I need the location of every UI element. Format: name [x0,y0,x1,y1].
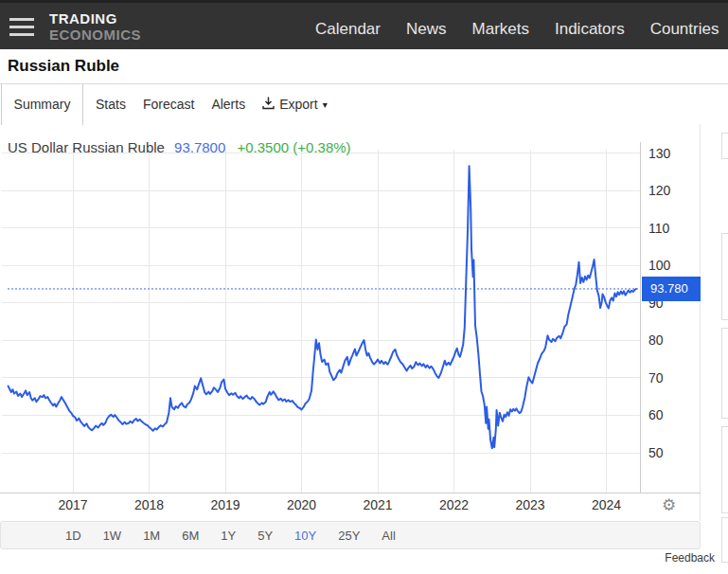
nav-item-news[interactable]: News [406,20,447,39]
range-6m[interactable]: 6M [182,529,199,543]
quote-price: 93.7800 [174,139,225,155]
top-navbar: TRADING ECONOMICS Calendar News Markets … [0,0,728,49]
svg-text:2021: 2021 [363,497,392,512]
range-25y[interactable]: 25Y [338,529,360,543]
feedback-button[interactable]: Feedback [665,551,715,565]
cutoff-card [721,133,728,159]
trading-economics-logo[interactable]: TRADING ECONOMICS [49,10,141,43]
svg-text:2020: 2020 [287,497,316,512]
gear-icon[interactable]: ⚙ [662,495,676,515]
svg-text:2022: 2022 [439,497,469,512]
svg-text:2018: 2018 [134,497,164,512]
svg-text:100: 100 [648,258,671,273]
range-selector: 1D 1W 1M 6M 1Y 5Y 10Y 25Y All [0,521,701,549]
cutoff-card [721,426,728,513]
svg-text:70: 70 [648,370,664,386]
nav-item-countries[interactable]: Countries [650,20,719,39]
range-10y[interactable]: 10Y [294,529,316,543]
range-1w[interactable]: 1W [103,529,122,543]
range-1m[interactable]: 1M [143,529,160,543]
quote-line: US Dollar Russian Ruble 93.7800 +0.3500 … [8,139,351,155]
svg-text:50: 50 [648,445,664,460]
current-price-badge: 93.780 [642,277,701,301]
logo-line-2: ECONOMICS [49,27,141,43]
svg-text:2019: 2019 [210,497,240,512]
svg-text:2017: 2017 [58,497,87,512]
svg-text:2024: 2024 [592,497,621,512]
range-1y[interactable]: 1Y [221,529,236,543]
range-5y[interactable]: 5Y [257,529,273,543]
svg-text:2023: 2023 [515,497,544,512]
svg-text:130: 130 [648,146,671,161]
tab-stats[interactable]: Stats [96,97,126,112]
svg-text:120: 120 [648,183,671,198]
svg-text:80: 80 [648,332,664,348]
logo-line-1: TRADING [49,10,141,27]
cutoff-card [721,233,728,320]
tab-bar: Summary Stats Forecast Alerts Export ▾ [0,83,728,124]
hamburger-menu-icon[interactable] [9,18,34,36]
cutoff-card [721,328,728,419]
tab-export[interactable]: Export ▾ [262,97,328,113]
tab-summary[interactable]: Summary [1,84,83,125]
main-nav: Calendar News Markets Indicators Countri… [315,6,719,52]
tab-alerts[interactable]: Alerts [211,97,245,112]
svg-text:110: 110 [648,221,670,236]
page-title: Russian Ruble [8,57,119,76]
chevron-down-icon: ▾ [323,99,328,110]
nav-item-markets[interactable]: Markets [472,20,529,39]
nav-item-calendar[interactable]: Calendar [315,20,381,39]
tab-export-label: Export [279,97,317,112]
range-all[interactable]: All [382,529,395,543]
nav-item-indicators[interactable]: Indicators [555,20,625,39]
price-chart[interactable]: 2017201820192020202120222023202450607080… [0,124,701,521]
range-1d[interactable]: 1D [65,529,81,543]
tab-forecast[interactable]: Forecast [143,97,194,112]
quote-name: US Dollar Russian Ruble [8,139,165,155]
quote-change: +0.3500 (+0.38%) [237,139,350,155]
svg-text:60: 60 [648,407,664,422]
download-icon [262,97,275,113]
cutoff-card [721,517,728,563]
price-chart-svg: 2017201820192020202120222023202450607080… [0,124,701,521]
